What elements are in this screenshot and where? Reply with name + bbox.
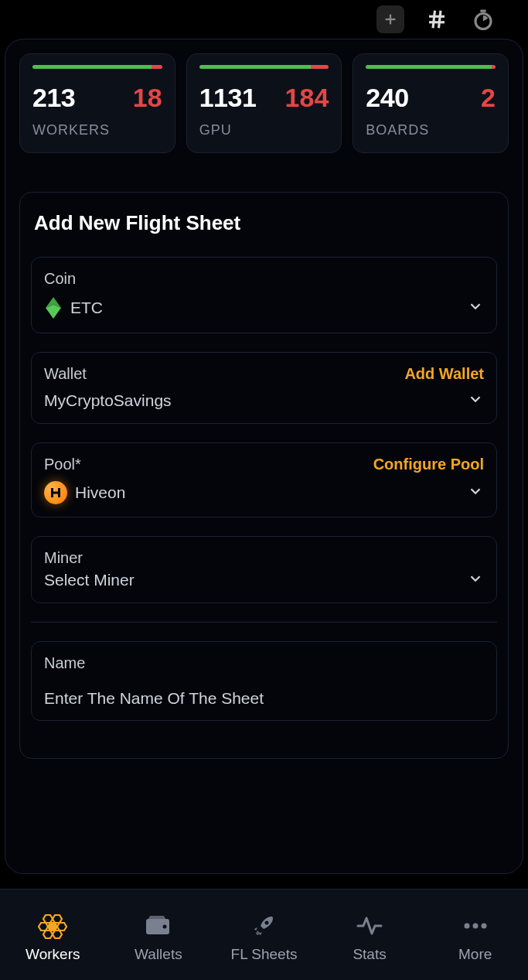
boards-label: BOARDS [366,122,496,138]
workers-label: WORKERS [32,122,162,138]
svg-marker-15 [39,923,48,930]
nav-stats[interactable]: Stats [317,912,423,963]
nav-workers[interactable]: Workers [0,912,106,963]
nav-flsheets[interactable]: FL Sheets [211,912,317,963]
stat-bar [32,65,162,69]
nav-label: FL Sheets [231,946,298,963]
svg-point-23 [472,923,478,928]
boards-sub: 2 [481,83,496,113]
chevron-down-icon [467,391,484,411]
boards-main: 240 [366,83,408,113]
nav-label: Stats [353,946,386,963]
svg-marker-14 [53,915,62,923]
flight-sheet-panel: Add New Flight Sheet Coin ETC Wallet [19,192,509,759]
add-icon[interactable] [376,5,404,33]
timer-icon[interactable] [469,5,497,33]
wallet-icon [145,912,172,940]
coin-label: Coin [44,270,76,288]
svg-rect-12 [51,492,60,494]
workers-sub: 18 [133,83,162,113]
gpu-sub: 184 [285,83,329,113]
pool-label: Pool* [44,456,81,473]
name-label: Name [44,654,85,672]
add-wallet-link[interactable]: Add Wallet [404,365,484,383]
hiveon-icon [44,481,67,504]
svg-point-22 [464,923,469,928]
coin-value: ETC [70,299,103,317]
chevron-down-icon [467,570,484,590]
stat-bar [366,65,496,69]
svg-line-5 [439,11,441,29]
svg-point-20 [162,924,166,928]
gpu-label: GPU [199,122,329,138]
svg-point-21 [265,920,269,924]
nav-label: Workers [26,946,80,963]
nav-label: More [458,946,492,963]
hash-icon[interactable] [423,5,451,33]
miner-field[interactable]: Miner Select Miner [31,536,497,603]
gpu-main: 1131 [199,83,257,113]
svg-point-24 [481,923,486,928]
stat-boards[interactable]: 240 2 BOARDS [353,53,509,153]
coin-field[interactable]: Coin ETC [31,257,497,333]
svg-marker-17 [57,923,66,930]
svg-line-4 [433,11,435,29]
more-icon [462,912,489,940]
etc-coin-icon [44,295,63,320]
activity-icon [356,912,383,940]
wallet-value: MyCryptoSavings [44,391,172,410]
svg-marker-18 [43,930,53,938]
main-panel: 213 18 WORKERS 1131 184 GPU 240 2 BOARDS… [5,39,523,874]
pool-field[interactable]: Pool* Configure Pool Hiveon [31,442,497,517]
chevron-down-icon [467,298,484,318]
top-toolbar [0,0,528,39]
panel-title: Add New Flight Sheet [31,211,497,235]
stats-row: 213 18 WORKERS 1131 184 GPU 240 2 BOARDS [19,53,509,153]
stat-workers[interactable]: 213 18 WORKERS [19,53,175,153]
configure-pool-link[interactable]: Configure Pool [373,456,484,473]
svg-rect-6 [480,10,486,12]
miner-value: Select Miner [44,571,135,589]
svg-marker-19 [53,930,62,938]
wallet-label: Wallet [44,365,87,383]
pool-value: Hiveon [75,483,125,502]
svg-marker-16 [48,923,57,930]
miner-label: Miner [44,549,83,567]
workers-main: 213 [32,83,75,113]
stat-bar [199,65,329,69]
workers-icon [38,912,67,940]
name-field[interactable]: Name Enter The Name Of The Sheet [31,641,497,721]
wallet-field[interactable]: Wallet Add Wallet MyCryptoSavings [31,352,497,424]
bottom-nav: Workers Wallets FL Sheets Stats More [0,889,528,980]
nav-wallets[interactable]: Wallets [106,912,212,963]
nav-more[interactable]: More [422,912,528,963]
divider [31,622,497,623]
name-placeholder[interactable]: Enter The Name Of The Sheet [44,689,484,708]
stat-gpu[interactable]: 1131 184 GPU [186,53,342,153]
rocket-icon [251,912,276,940]
nav-label: Wallets [135,946,182,963]
chevron-down-icon [467,483,484,503]
svg-marker-13 [43,915,53,923]
